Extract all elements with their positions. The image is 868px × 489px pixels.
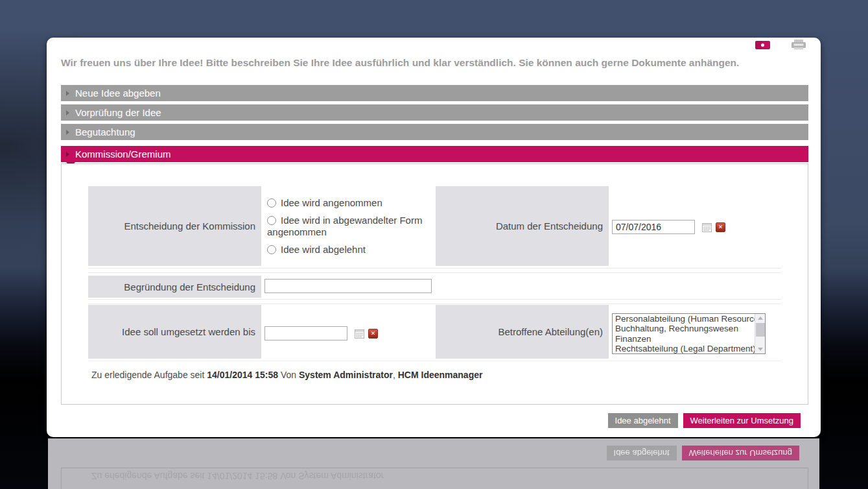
task-prefix: Zu erledigende Aufgabe seit [91,370,204,380]
reflection-task-info: Zu erledigende Aufgabe seit14/01/2014 15… [91,471,386,481]
implement-by-input[interactable] [264,326,347,340]
decision-label: Entscheidung der Kommission [88,186,261,266]
radio-option: Idee wird angenommen [267,197,430,209]
accordion-label: Neue Idee abgeben [75,88,161,99]
reason-input[interactable] [264,279,432,293]
chevron-right-icon [66,152,69,157]
radio-button-icon[interactable] [267,245,276,254]
departments-label: Betroffene Abteilung(en) [436,305,609,359]
radio-option-label: Idee wird angenommen [281,197,382,208]
chevron-right-icon [66,110,69,115]
row-separator [88,272,781,273]
radio-option-label: Idee wird abgelehnt [281,244,366,255]
listbox-option[interactable]: Finanzen [613,334,765,344]
flag-dot [761,43,764,47]
row-separator [88,304,781,304]
scroll-up-icon[interactable] [755,314,766,322]
dialog-toolbar [755,40,806,51]
chevron-right-icon [66,91,69,96]
decision-date-label: Datum der Entscheidung [436,186,609,266]
chevron-right-icon [66,130,69,135]
accordion-neue-idee-abgeben[interactable]: Neue Idee abgeben [61,85,808,101]
radio-button-icon[interactable] [267,216,276,225]
task-comma: , [393,370,395,380]
calendar-icon[interactable] [702,222,712,232]
decision-date-input[interactable] [612,220,695,234]
accordion-begutachtung[interactable]: Begutachtung [61,124,808,140]
accordion-kommission-gremium-active[interactable]: Kommission/Gremium [61,146,808,162]
departments-listbox[interactable]: Personalabteilung (Human Resources) Buch… [612,313,766,354]
reflection-idee-abgelehnt: Idee abgelehnt [607,446,677,460]
idee-abgelehnt-button[interactable]: Idee abgelehnt [608,413,678,428]
accordion-label: Vorprüfung der Idee [75,107,161,118]
task-von: Von [281,370,296,380]
task-datetime: 14/01/2014 15:58 [207,370,278,380]
calendar-icon[interactable] [355,329,364,339]
row-separator [88,299,781,300]
listbox-option[interactable]: Personalabteilung (Human Resources) [613,314,765,324]
row-separator [88,361,781,361]
reflection-weiterleiten: Weiterleiten zur Umsetzung [682,446,799,460]
intro-text: Wir freuen uns über Ihre Idee! Bitte bes… [61,57,806,69]
clear-date-icon[interactable]: ✕ [368,329,378,339]
listbox-option[interactable]: Rechtsabteilung (Legal Department) [613,344,765,353]
radio-option-label: Idee wird in abgewandelter Form angenomm… [267,215,422,237]
radio-option: Idee wird in abgewandelter Form angenomm… [267,215,430,238]
listbox-scrollbar[interactable] [755,314,765,353]
task-info: Zu erledigende Aufgabe seit14/01/2014 15… [91,370,485,380]
listbox-option[interactable]: Buchhaltung, Rechnungswesen [613,324,765,333]
idea-form-dialog: Wir freuen uns über Ihre Idee! Bitte bes… [47,38,821,437]
task-author: System Administrator [299,370,393,380]
radio-option: Idee wird abgelehnt [267,244,430,256]
weiterleiten-zur-umsetzung-button[interactable]: Weiterleiten zur Umsetzung [683,413,801,428]
accordion-vorpruefung[interactable]: Vorprüfung der Idee [61,104,808,121]
language-flag-icon[interactable] [755,41,770,49]
radio-button-icon[interactable] [267,198,276,208]
print-icon[interactable] [791,40,806,53]
action-buttons: Idee abgelehnt Weiterleiten zur Umsetzun… [608,413,801,428]
task-role: HCM Ideenmanager [398,370,483,380]
accordion-label: Begutachtung [75,126,135,137]
reason-label: Begründung der Entscheidung [88,276,261,298]
clear-date-icon[interactable]: ✕ [716,222,725,232]
accordion-label: Kommission/Gremium [75,149,171,160]
row-separator [88,268,781,268]
card-reflection: Idee abgelehnt Weiterleiten zur Umsetzun… [48,438,819,489]
scrollbar-thumb[interactable] [756,323,765,337]
decision-radio-group: Idee wird angenommen Idee wird in abgewa… [267,186,430,266]
scroll-down-icon[interactable] [755,345,766,353]
reflection-buttons: Idee abgelehnt Weiterleiten zur Umsetzun… [607,446,799,460]
implement-by-label: Idee soll umgesetzt werden bis [88,305,261,359]
